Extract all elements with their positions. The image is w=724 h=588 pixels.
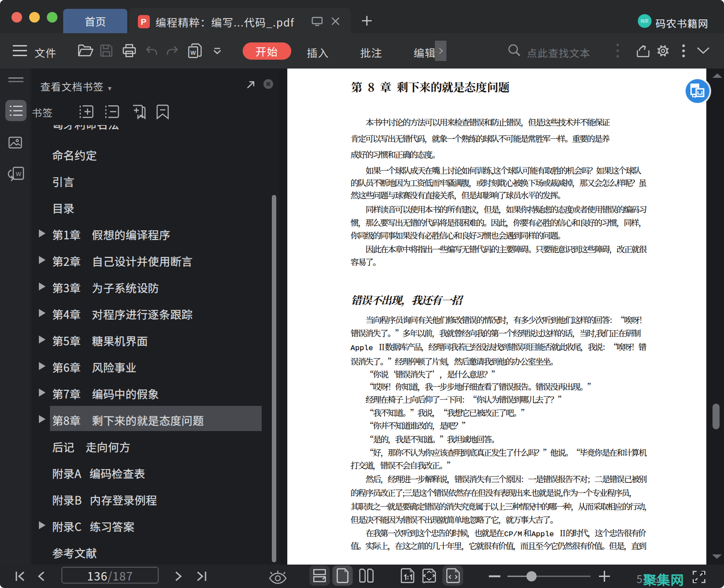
svg-text:P: P bbox=[141, 17, 147, 27]
svg-text:W: W bbox=[16, 171, 22, 177]
svg-text:W: W bbox=[191, 50, 196, 56]
